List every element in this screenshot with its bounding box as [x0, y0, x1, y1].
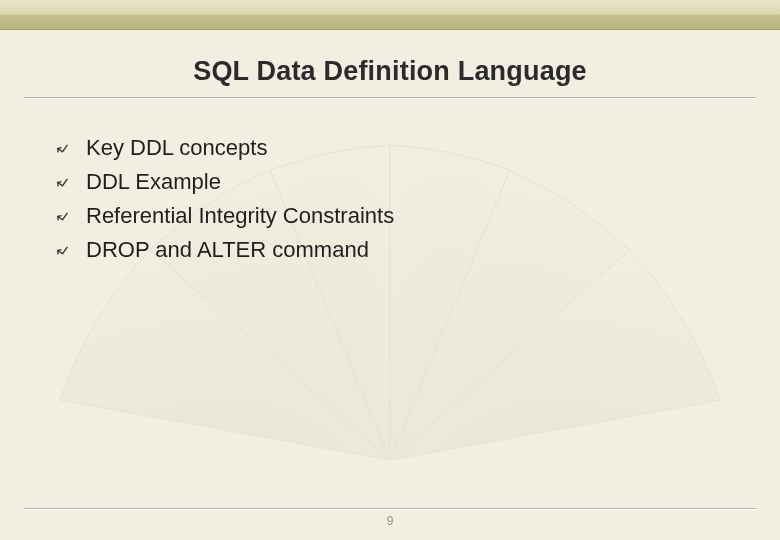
decorative-top-band	[0, 0, 780, 30]
list-item: ↲ DDL Example	[52, 165, 756, 199]
slide-body: SQL Data Definition Language ↲ Key DDL c…	[0, 30, 780, 540]
title-section: SQL Data Definition Language	[24, 30, 756, 105]
footer-divider	[24, 508, 756, 510]
slide-title: SQL Data Definition Language	[24, 56, 756, 87]
list-item: ↲ Referential Integrity Constraints	[52, 199, 756, 233]
list-item-label: Referential Integrity Constraints	[86, 199, 394, 233]
slide-footer: 9	[24, 508, 756, 528]
title-divider	[24, 97, 756, 99]
arrow-bullet-icon: ↲	[47, 236, 76, 267]
bullet-list: ↲ Key DDL concepts ↲ DDL Example ↲ Refer…	[24, 131, 756, 267]
arrow-bullet-icon: ↲	[47, 202, 76, 233]
list-item-label: Key DDL concepts	[86, 131, 267, 165]
arrow-bullet-icon: ↲	[47, 134, 76, 165]
list-item-label: DDL Example	[86, 165, 221, 199]
list-item: ↲ DROP and ALTER command	[52, 233, 756, 267]
list-item: ↲ Key DDL concepts	[52, 131, 756, 165]
list-item-label: DROP and ALTER command	[86, 233, 369, 267]
page-number: 9	[24, 514, 756, 528]
arrow-bullet-icon: ↲	[47, 168, 76, 199]
